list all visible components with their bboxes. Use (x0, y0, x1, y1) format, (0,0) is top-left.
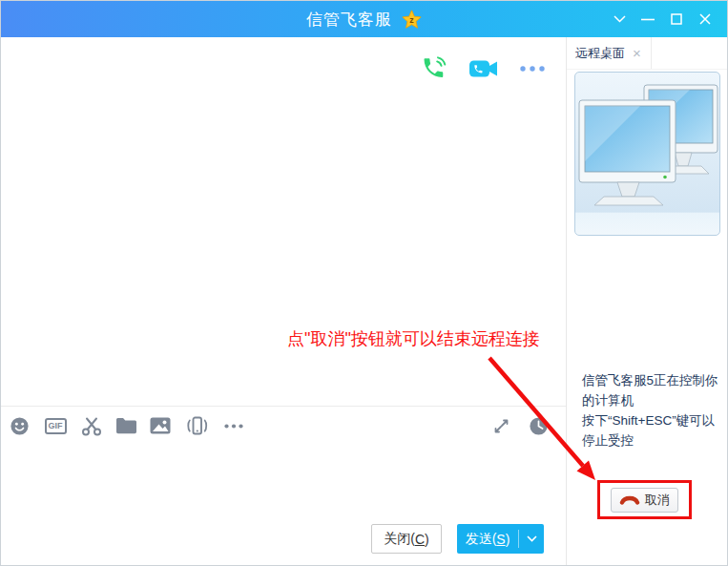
message-history-clock-icon[interactable] (528, 415, 549, 436)
toolbar-left-icons: GIF (9, 415, 244, 436)
close-icon[interactable] (691, 1, 719, 37)
screenshot-scissors-icon[interactable] (81, 415, 102, 436)
hangup-phone-icon (619, 494, 640, 505)
maximize-icon[interactable] (662, 1, 691, 37)
file-folder-icon[interactable] (115, 415, 136, 436)
app-title: 信管飞客服 (306, 9, 392, 31)
tutorial-highlight-box: 取消 (597, 480, 692, 519)
app-window: 信管飞客服 z (0, 0, 728, 566)
remote-desktop-panel: 远程桌面 × (566, 37, 727, 565)
send-button-label: 发送( (466, 531, 497, 548)
call-actions (421, 55, 545, 81)
emoji-icon[interactable] (9, 415, 30, 436)
send-button[interactable]: 发送(S) (457, 524, 544, 554)
window-controls (605, 1, 719, 37)
tutorial-annotation-text: 点"取消"按钮就可以结束远程连接 (287, 327, 540, 350)
minimize-icon[interactable] (634, 1, 662, 37)
voice-call-icon[interactable] (421, 55, 447, 81)
close-button[interactable]: 关闭(C) (371, 524, 442, 554)
panel-tab-row: 远程桌面 × (567, 37, 727, 70)
gif-icon[interactable]: GIF (43, 415, 68, 436)
send-button-accesskey: S (496, 532, 505, 547)
send-dropdown-chevron-icon[interactable] (519, 524, 544, 554)
vip-star-letter: z (409, 14, 414, 24)
close-button-accesskey: C (415, 532, 425, 547)
tab-remote-desktop-label: 远程桌面 (575, 45, 625, 62)
vip-star-icon: z (402, 10, 422, 30)
close-button-label: 关闭( (384, 531, 415, 548)
remote-control-status-text: 信管飞客服5正在控制你的计算机 按下“Shift+ESC”键可以停止受控 (582, 370, 727, 451)
send-button-main[interactable]: 发送(S) (457, 524, 518, 554)
tab-remote-desktop[interactable]: 远程桌面 × (567, 37, 652, 69)
image-icon[interactable] (150, 415, 171, 436)
titlebar: 信管飞客服 z (1, 1, 727, 37)
chat-area: 点"取消"按钮就可以结束远程连接 GIF (1, 37, 566, 565)
tab-close-icon[interactable]: × (633, 46, 641, 60)
shake-window-icon[interactable] (184, 415, 210, 436)
cancel-remote-button[interactable]: 取消 (611, 488, 678, 513)
expand-input-icon[interactable] (490, 415, 511, 436)
send-button-label-suffix: ) (506, 532, 510, 547)
close-button-label-suffix: ) (425, 532, 429, 547)
toolbar-more-icon[interactable] (223, 415, 244, 436)
cancel-button-label: 取消 (645, 492, 670, 509)
toolbar-right-icons (490, 415, 549, 436)
message-toolbar: GIF (1, 406, 566, 445)
remote-desktop-illustration (574, 72, 720, 236)
video-call-icon[interactable] (468, 58, 498, 79)
front-monitor (579, 100, 676, 205)
more-options-icon[interactable] (520, 58, 545, 79)
chevron-down-icon[interactable] (605, 1, 634, 37)
gif-icon-label: GIF (45, 418, 67, 434)
